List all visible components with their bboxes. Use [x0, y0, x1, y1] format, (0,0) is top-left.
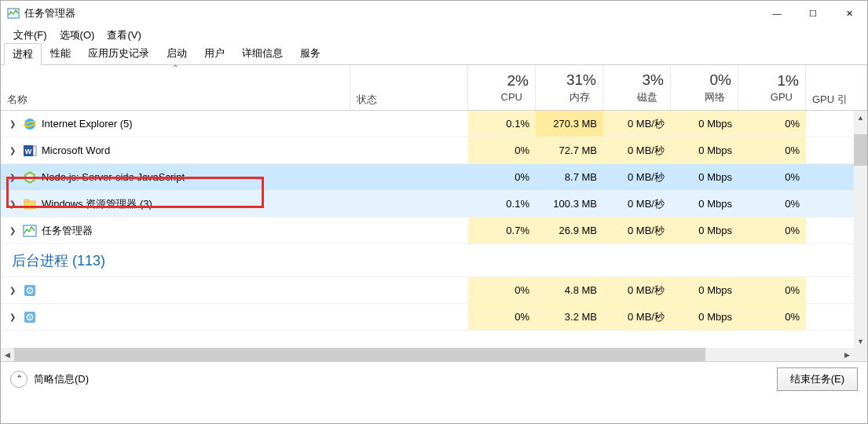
col-status[interactable]: 状态	[350, 65, 468, 110]
menu-options[interactable]: 选项(O)	[53, 27, 101, 44]
process-name-cell: ❯Internet Explorer (5)	[1, 117, 350, 131]
disk-cell: 0 MB/秒	[603, 304, 671, 330]
network-cell: 0 Mbps	[671, 164, 738, 190]
explorer-icon	[23, 197, 37, 211]
memory-cell: 72.7 MB	[536, 137, 603, 163]
gear-icon	[23, 283, 37, 298]
tab-startup[interactable]: 启动	[158, 42, 196, 64]
window-title: 任务管理器	[24, 6, 759, 20]
menu-view[interactable]: 查看(V)	[101, 27, 147, 44]
process-name-cell: ❯	[1, 310, 350, 324]
network-cell: 0 Mbps	[671, 217, 738, 243]
col-name[interactable]: ⌃ 名称	[1, 65, 350, 110]
gpu-cell: 0%	[738, 217, 806, 243]
tab-app-history[interactable]: 应用历史记录	[79, 42, 158, 64]
brief-info-link[interactable]: 简略信息(D)	[34, 372, 89, 386]
process-name-cell: ❯WMicrosoft Word	[1, 144, 350, 158]
gpu-cell: 0%	[738, 277, 806, 303]
svg-rect-5	[33, 146, 36, 155]
process-name-label: 任务管理器	[42, 224, 93, 238]
expand-icon[interactable]: ❯	[7, 173, 18, 181]
svg-point-13	[29, 290, 31, 291]
col-gpu[interactable]: 1% GPU	[738, 65, 806, 110]
network-cell: 0 Mbps	[671, 111, 738, 137]
collapse-toggle[interactable]: ⌃	[10, 371, 27, 388]
section-background-processes: 后台进程 (113)	[1, 244, 867, 277]
network-cell: 0 Mbps	[671, 191, 738, 217]
expand-icon[interactable]: ❯	[7, 286, 18, 294]
process-row[interactable]: ❯任务管理器0.7%26.9 MB0 MB/秒0 Mbps0%	[1, 217, 867, 244]
process-row[interactable]: ❯Windows 资源管理器 (3)0.1%100.3 MB0 MB/秒0 Mb…	[1, 191, 867, 217]
tab-processes[interactable]: 进程	[4, 43, 42, 65]
expand-icon[interactable]: ❯	[7, 313, 18, 321]
expand-icon[interactable]: ❯	[7, 226, 18, 235]
process-row[interactable]: ❯Node.js: Server-side JavaScript0%8.7 MB…	[1, 164, 867, 191]
maximize-button[interactable]: ☐	[795, 1, 831, 26]
cpu-cell: 0.1%	[468, 111, 536, 137]
disk-cell: 0 MB/秒	[603, 191, 671, 217]
col-cpu[interactable]: 2% CPU	[468, 65, 536, 110]
gear-icon	[23, 310, 37, 324]
scroll-left-icon[interactable]: ◀	[1, 348, 14, 361]
network-cell: 0 Mbps	[671, 137, 738, 163]
process-name-cell: ❯	[1, 283, 350, 298]
hscrollbar-thumb[interactable]	[14, 348, 705, 361]
svg-rect-8	[24, 201, 35, 209]
process-row[interactable]: ❯WMicrosoft Word0%72.7 MB0 MB/秒0 Mbps0%	[1, 137, 867, 164]
tab-details[interactable]: 详细信息	[233, 42, 291, 64]
svg-point-16	[29, 316, 31, 318]
horizontal-scrollbar[interactable]: ◀ ▶	[1, 348, 867, 361]
cpu-cell: 0.7%	[468, 217, 536, 243]
cpu-cell: 0%	[468, 137, 536, 163]
gpu-cell: 0%	[738, 191, 806, 217]
column-headers: ⌃ 名称 状态 2% CPU 31% 内存 3% 磁盘 0% 网络 1% GPU…	[1, 65, 867, 111]
memory-cell: 4.8 MB	[536, 277, 603, 303]
expand-icon[interactable]: ❯	[7, 119, 18, 128]
col-memory[interactable]: 31% 内存	[536, 65, 603, 110]
col-gpu-engine[interactable]: GPU 引	[806, 65, 867, 110]
minimize-button[interactable]: —	[759, 1, 795, 26]
col-disk[interactable]: 3% 磁盘	[603, 65, 671, 110]
close-button[interactable]: ✕	[831, 1, 867, 26]
process-row[interactable]: ❯Internet Explorer (5)0.1%270.3 MB0 MB/秒…	[1, 111, 867, 137]
scroll-up-icon[interactable]: ▲	[854, 111, 867, 124]
disk-cell: 0 MB/秒	[603, 277, 671, 303]
word-icon: W	[23, 144, 37, 158]
end-task-button[interactable]: 结束任务(E)	[777, 367, 858, 391]
gpu-cell: 0%	[738, 304, 806, 330]
titlebar[interactable]: 任务管理器 — ☐ ✕	[1, 1, 867, 26]
process-list: ❯Internet Explorer (5)0.1%270.3 MB0 MB/秒…	[1, 111, 867, 348]
scroll-right-icon[interactable]: ▶	[841, 348, 854, 361]
process-name-label: Windows 资源管理器 (3)	[42, 197, 152, 211]
process-row[interactable]: ❯0%4.8 MB0 MB/秒0 Mbps0%	[1, 277, 867, 304]
process-name-cell: ❯Node.js: Server-side JavaScript	[1, 170, 350, 185]
tab-users[interactable]: 用户	[196, 42, 233, 64]
process-name-cell: ❯Windows 资源管理器 (3)	[1, 197, 350, 211]
svg-rect-9	[24, 199, 29, 202]
col-network[interactable]: 0% 网络	[671, 65, 738, 110]
scroll-down-icon[interactable]: ▼	[854, 334, 867, 348]
node-icon	[23, 170, 37, 185]
expand-icon[interactable]: ❯	[7, 146, 18, 155]
scrollbar-thumb[interactable]	[854, 134, 867, 166]
disk-cell: 0 MB/秒	[603, 217, 671, 243]
menu-file[interactable]: 文件(F)	[7, 27, 53, 44]
disk-cell: 0 MB/秒	[603, 111, 671, 137]
memory-cell: 26.9 MB	[536, 217, 603, 243]
cpu-cell: 0%	[468, 304, 536, 330]
expand-icon[interactable]: ❯	[7, 199, 18, 208]
disk-cell: 0 MB/秒	[603, 137, 671, 163]
memory-cell: 8.7 MB	[536, 164, 603, 190]
process-name-label: Node.js: Server-side JavaScript	[42, 171, 185, 183]
vertical-scrollbar[interactable]: ▲ ▼	[854, 111, 867, 348]
tab-performance[interactable]: 性能	[42, 42, 79, 64]
process-row[interactable]: ❯0%3.2 MB0 MB/秒0 Mbps0%	[1, 304, 867, 331]
disk-cell: 0 MB/秒	[603, 164, 671, 190]
footer: ⌃ 简略信息(D) 结束任务(E)	[1, 361, 867, 396]
tab-services[interactable]: 服务	[291, 42, 329, 64]
chevron-up-icon: ⌃	[16, 374, 23, 384]
gpu-cell: 0%	[738, 137, 806, 163]
tabs: 进程 性能 应用历史记录 启动 用户 详细信息 服务	[1, 45, 867, 65]
cpu-cell: 0.1%	[468, 191, 536, 217]
gpu-cell: 0%	[738, 111, 806, 137]
